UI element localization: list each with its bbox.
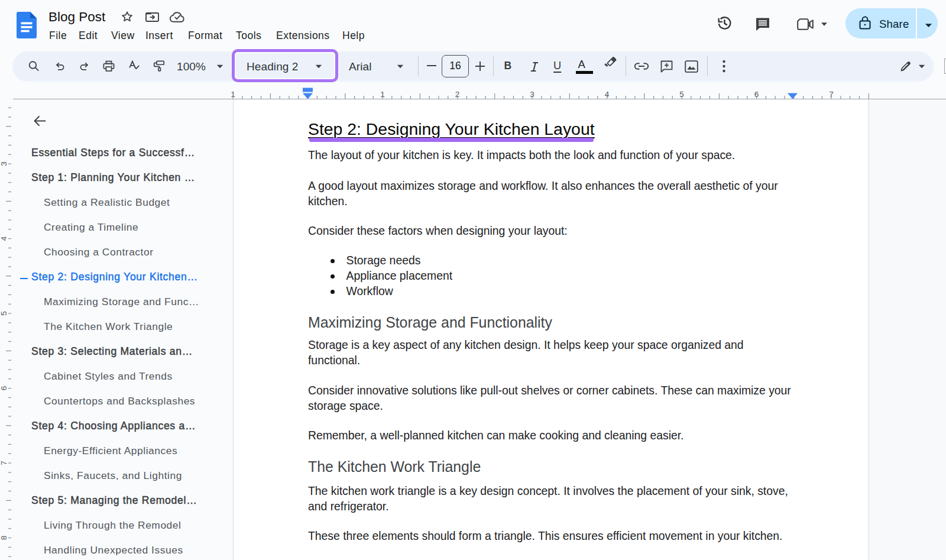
svg-text:4: 4 <box>0 236 8 241</box>
svg-text:3: 3 <box>0 161 8 166</box>
svg-text:6: 6 <box>0 386 8 391</box>
svg-text:5: 5 <box>0 311 8 316</box>
svg-text:8: 8 <box>0 536 8 540</box>
svg-text:7: 7 <box>0 461 8 465</box>
